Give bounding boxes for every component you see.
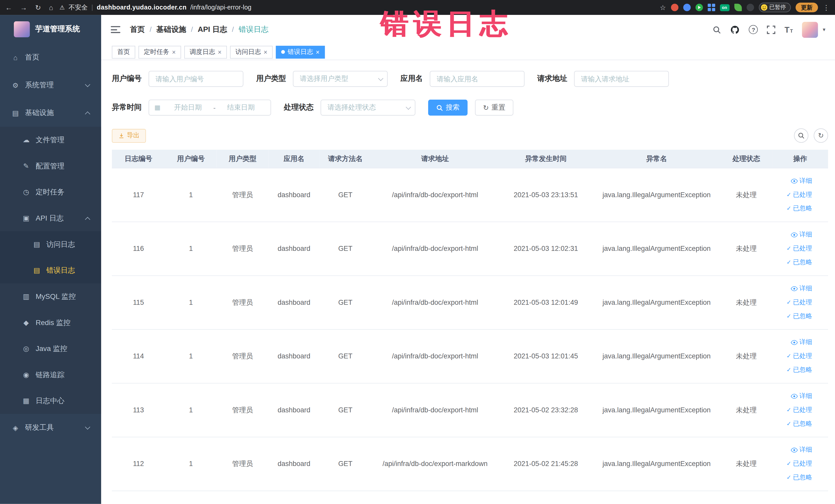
sidebar-item-access-log[interactable]: ▤访问日志 (0, 231, 101, 257)
chevron-down-icon (378, 76, 384, 81)
user-avatar[interactable] (802, 22, 818, 38)
sidebar-item-api-logs[interactable]: ▣API 日志 (0, 205, 101, 231)
mark-ignored-link[interactable]: ✓已忽略 (787, 473, 812, 482)
forward-icon[interactable]: → (20, 3, 27, 11)
extension-icon-on-badge[interactable]: on (720, 4, 729, 11)
detail-link[interactable]: 详细 (791, 338, 812, 347)
mark-processed-link[interactable]: ✓已处理 (787, 244, 812, 253)
url-domain: dashboard.yudao.iocoder.cn (97, 4, 187, 11)
close-icon[interactable]: × (172, 49, 176, 55)
sidebar-item-label: 研发工具 (25, 423, 54, 432)
caret-down-icon[interactable]: ▾ (823, 27, 825, 33)
sidebar-item-infrastructure[interactable]: ▤基础设施 (0, 99, 101, 127)
tab-access-log[interactable]: 访问日志× (230, 45, 272, 58)
sidebar-item-system-mgmt[interactable]: ⚙系统管理 (0, 72, 101, 99)
screenshot-root: ← → ↻ ⌂ ⚠ 不安全 | dashboard.yudao.iocoder.… (0, 0, 835, 504)
toggle-search-button[interactable] (794, 128, 808, 143)
bookmark-star-icon[interactable]: ☆ (660, 3, 666, 11)
paused-badge[interactable]: 已暂停 (758, 3, 791, 12)
fullscreen-icon[interactable] (767, 25, 775, 34)
sidebar-item-scheduled-jobs[interactable]: ◷定时任务 (0, 179, 101, 205)
detail-link[interactable]: 详细 (791, 284, 812, 293)
extension-icon-blue[interactable] (683, 4, 691, 11)
mark-ignored-link[interactable]: ✓已忽略 (787, 312, 812, 321)
sidebar-item-file-mgmt[interactable]: ☁文件管理 (0, 127, 101, 153)
sidebar-item-log-center[interactable]: ▦日志中心 (0, 388, 101, 414)
request-url-input[interactable] (574, 71, 669, 87)
breadcrumb-separator: / (232, 26, 234, 34)
detail-link[interactable]: 详细 (791, 391, 812, 401)
breadcrumb-item[interactable]: 基础设施 (156, 25, 186, 34)
user-id-input[interactable] (149, 71, 243, 87)
export-button[interactable]: 导出 (112, 129, 146, 142)
address-bar[interactable]: ⚠ 不安全 | dashboard.yudao.iocoder.cn/infra… (60, 3, 656, 12)
browser-menu-icon[interactable]: ⋮ (823, 3, 830, 11)
home-icon: ⌂ (11, 54, 20, 61)
user-type-select[interactable]: 请选择用户类型 (293, 71, 388, 87)
sidebar-item-mysql-monitor[interactable]: ▥MySQL 监控 (0, 283, 101, 310)
date-range-picker[interactable]: ▦ 开始日期 - 结束日期 (149, 100, 271, 116)
check-icon: ✓ (787, 313, 791, 320)
cell-exception-name: java.lang.IllegalArgumentException (593, 276, 720, 329)
sidebar-item-dev-tools[interactable]: ◈研发工具 (0, 414, 101, 442)
cell-user-id: 1 (165, 437, 217, 491)
reset-button[interactable]: ↻ 重置 (475, 100, 513, 116)
mark-ignored-link[interactable]: ✓已忽略 (787, 365, 812, 374)
check-icon: ✓ (787, 420, 791, 427)
sidebar-item-error-log[interactable]: ▤错误日志 (0, 257, 101, 283)
detail-link[interactable]: 详细 (791, 176, 812, 185)
extension-icon-leaf[interactable] (734, 4, 741, 11)
close-icon[interactable]: × (316, 49, 320, 55)
browser-home-icon[interactable]: ⌂ (49, 3, 53, 11)
col-exception-name: 异常名 (593, 150, 720, 168)
app-name-input[interactable] (430, 71, 524, 87)
process-status-select[interactable]: 请选择处理状态 (321, 100, 415, 116)
refresh-table-button[interactable]: ↻ (814, 128, 828, 143)
extension-icon-grid[interactable] (708, 4, 715, 11)
mark-processed-link[interactable]: ✓已处理 (787, 459, 812, 468)
breadcrumb-item[interactable]: API 日志 (198, 25, 227, 34)
search-button[interactable]: 搜索 (428, 100, 468, 116)
logo-image (14, 21, 30, 37)
sidebar-item-java-monitor[interactable]: ◎Java 监控 (0, 336, 101, 362)
cell-app-name: dashboard (268, 383, 320, 437)
tab-schedule-log[interactable]: 调度日志× (184, 45, 227, 58)
extension-icon-green-play[interactable] (695, 4, 702, 11)
mark-ignored-link[interactable]: ✓已忽略 (787, 419, 812, 428)
tab-scheduled-jobs[interactable]: 定时任务× (138, 45, 181, 58)
search-icon[interactable] (713, 25, 721, 34)
mark-ignored-link[interactable]: ✓已忽略 (787, 258, 812, 267)
mark-processed-link[interactable]: ✓已处理 (787, 298, 812, 307)
mark-ignored-link[interactable]: ✓已忽略 (787, 204, 812, 213)
back-icon[interactable]: ← (5, 3, 12, 11)
tab-home[interactable]: 首页 (112, 45, 135, 58)
mark-processed-link[interactable]: ✓已处理 (787, 351, 812, 361)
update-button[interactable]: 更新 (795, 3, 818, 12)
cloud-icon: ☁ (21, 136, 31, 144)
help-icon[interactable]: ? (749, 25, 758, 34)
hamburger-icon[interactable] (111, 26, 120, 33)
cell-app-name: dashboard (268, 168, 320, 222)
mark-processed-link[interactable]: ✓已处理 (787, 405, 812, 415)
sidebar-item-redis-monitor[interactable]: ◆Redis 监控 (0, 309, 101, 336)
github-icon[interactable] (730, 25, 740, 34)
detail-link[interactable]: 详细 (791, 445, 812, 454)
cell-method: GET (320, 222, 371, 276)
extension-icon-paw[interactable] (747, 4, 754, 11)
sidebar-item-home[interactable]: ⌂首页 (0, 44, 101, 72)
breadcrumb-item[interactable]: 首页 (130, 25, 145, 34)
tab-label: 首页 (117, 47, 130, 57)
sidebar-item-config-mgmt[interactable]: ✎配置管理 (0, 153, 101, 179)
table-row: 113 1 管理员 dashboard GET /api/infra/db-do… (112, 383, 828, 437)
page-content: 用户编号 用户类型 请选择用户类型 应用名 请求地址 (101, 60, 835, 504)
mark-processed-link[interactable]: ✓已处理 (787, 190, 812, 199)
sidebar-item-tracing[interactable]: ◉链路追踪 (0, 362, 101, 388)
header-actions: ? TT ▾ (713, 22, 825, 38)
reload-icon[interactable]: ↻ (35, 3, 41, 11)
extension-icon-red[interactable] (671, 4, 678, 11)
close-icon[interactable]: × (218, 49, 222, 55)
close-icon[interactable]: × (264, 49, 267, 55)
font-size-icon[interactable]: TT (785, 26, 793, 34)
detail-link[interactable]: 详细 (791, 230, 812, 239)
tab-error-log[interactable]: 错误日志× (276, 45, 325, 58)
